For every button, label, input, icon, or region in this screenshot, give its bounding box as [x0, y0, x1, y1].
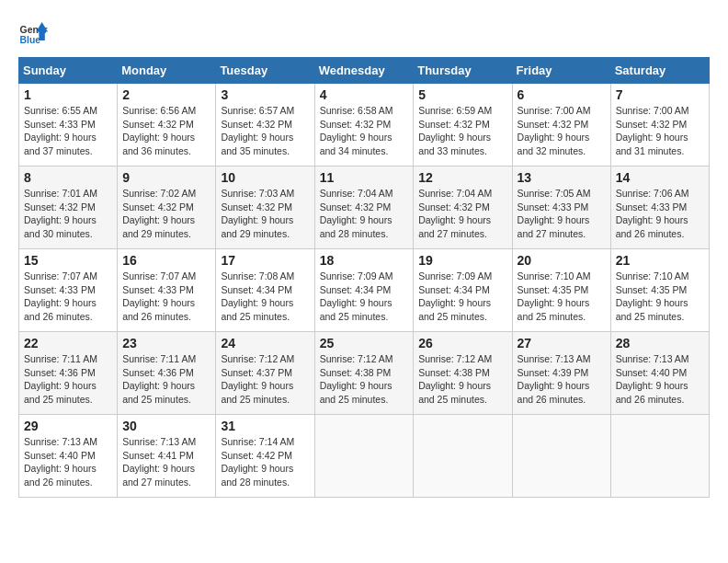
calendar-cell: 12Sunrise: 7:04 AMSunset: 4:32 PMDayligh…: [414, 167, 512, 249]
day-number: 23: [122, 336, 210, 350]
weekday-header: Monday: [118, 58, 216, 84]
day-number: 4: [320, 87, 409, 102]
calendar-cell: 24Sunrise: 7:12 AMSunset: 4:37 PMDayligh…: [216, 332, 314, 415]
calendar-cell: 18Sunrise: 7:09 AMSunset: 4:34 PMDayligh…: [314, 249, 414, 332]
calendar-cell: 1Sunrise: 6:55 AMSunset: 4:33 PMDaylight…: [19, 84, 118, 167]
day-info: Sunrise: 7:04 AMSunset: 4:32 PMDaylight:…: [418, 187, 506, 241]
calendar-cell: 28Sunrise: 7:13 AMSunset: 4:40 PMDayligh…: [610, 332, 709, 415]
day-number: 29: [24, 419, 112, 433]
logo-icon: General Blue: [18, 18, 48, 48]
day-number: 31: [221, 419, 309, 433]
day-info: Sunrise: 7:10 AMSunset: 4:35 PMDaylight:…: [518, 270, 606, 324]
day-number: 2: [122, 87, 210, 102]
calendar-cell: [610, 415, 709, 498]
calendar-cell: [414, 415, 512, 498]
day-info: Sunrise: 7:13 AMSunset: 4:39 PMDaylight:…: [518, 352, 606, 407]
calendar-week-row: 1Sunrise: 6:55 AMSunset: 4:33 PMDaylight…: [19, 84, 710, 167]
day-number: 25: [320, 336, 409, 350]
day-info: Sunrise: 6:58 AMSunset: 4:32 PMDaylight:…: [320, 104, 409, 158]
day-number: 1: [24, 87, 112, 102]
calendar-cell: 26Sunrise: 7:12 AMSunset: 4:38 PMDayligh…: [414, 332, 512, 415]
day-number: 17: [221, 253, 309, 268]
calendar-cell: 19Sunrise: 7:09 AMSunset: 4:34 PMDayligh…: [414, 249, 512, 332]
calendar-cell: 30Sunrise: 7:13 AMSunset: 4:41 PMDayligh…: [118, 415, 216, 498]
day-info: Sunrise: 7:13 AMSunset: 4:40 PMDaylight:…: [616, 352, 704, 407]
day-info: Sunrise: 6:55 AMSunset: 4:33 PMDaylight:…: [24, 104, 112, 158]
day-number: 22: [24, 336, 112, 350]
day-number: 7: [616, 87, 704, 102]
day-info: Sunrise: 7:06 AMSunset: 4:33 PMDaylight:…: [616, 187, 704, 241]
day-info: Sunrise: 7:00 AMSunset: 4:32 PMDaylight:…: [616, 104, 704, 158]
calendar-cell: [512, 415, 610, 498]
calendar-cell: 16Sunrise: 7:07 AMSunset: 4:33 PMDayligh…: [118, 249, 216, 332]
day-info: Sunrise: 7:09 AMSunset: 4:34 PMDaylight:…: [320, 270, 409, 324]
day-info: Sunrise: 7:00 AMSunset: 4:32 PMDaylight:…: [518, 104, 606, 158]
day-info: Sunrise: 6:56 AMSunset: 4:32 PMDaylight:…: [122, 104, 210, 158]
day-info: Sunrise: 7:07 AMSunset: 4:33 PMDaylight:…: [24, 270, 112, 324]
calendar-cell: 31Sunrise: 7:14 AMSunset: 4:42 PMDayligh…: [216, 415, 314, 498]
calendar-cell: 13Sunrise: 7:05 AMSunset: 4:33 PMDayligh…: [512, 167, 610, 249]
calendar-cell: 21Sunrise: 7:10 AMSunset: 4:35 PMDayligh…: [610, 249, 709, 332]
day-number: 13: [518, 170, 606, 185]
day-number: 14: [616, 170, 704, 185]
day-number: 20: [518, 253, 606, 268]
day-number: 26: [418, 336, 506, 350]
calendar-cell: 14Sunrise: 7:06 AMSunset: 4:33 PMDayligh…: [610, 167, 709, 249]
day-number: 19: [418, 253, 506, 268]
day-info: Sunrise: 7:09 AMSunset: 4:34 PMDaylight:…: [418, 270, 506, 324]
day-info: Sunrise: 7:10 AMSunset: 4:35 PMDaylight:…: [616, 270, 704, 324]
weekday-header: Sunday: [19, 58, 118, 84]
day-number: 12: [418, 170, 506, 185]
day-number: 3: [221, 87, 309, 102]
calendar-cell: [314, 415, 414, 498]
day-info: Sunrise: 7:01 AMSunset: 4:32 PMDaylight:…: [24, 187, 112, 241]
calendar-cell: 29Sunrise: 7:13 AMSunset: 4:40 PMDayligh…: [19, 415, 118, 498]
calendar-cell: 5Sunrise: 6:59 AMSunset: 4:32 PMDaylight…: [414, 84, 512, 167]
day-number: 15: [24, 253, 112, 268]
calendar-cell: 25Sunrise: 7:12 AMSunset: 4:38 PMDayligh…: [314, 332, 414, 415]
svg-text:Blue: Blue: [20, 35, 41, 45]
day-number: 28: [616, 336, 704, 350]
day-number: 24: [221, 336, 309, 350]
weekday-header: Wednesday: [314, 58, 414, 84]
day-info: Sunrise: 7:12 AMSunset: 4:38 PMDaylight:…: [418, 352, 506, 407]
calendar-cell: 22Sunrise: 7:11 AMSunset: 4:36 PMDayligh…: [19, 332, 118, 415]
day-info: Sunrise: 7:13 AMSunset: 4:40 PMDaylight:…: [24, 435, 112, 489]
weekday-header: Tuesday: [216, 58, 314, 84]
day-number: 11: [320, 170, 409, 185]
day-info: Sunrise: 7:02 AMSunset: 4:32 PMDaylight:…: [122, 187, 210, 241]
calendar-week-row: 15Sunrise: 7:07 AMSunset: 4:33 PMDayligh…: [19, 249, 710, 332]
day-info: Sunrise: 7:13 AMSunset: 4:41 PMDaylight:…: [122, 435, 210, 489]
calendar-cell: 8Sunrise: 7:01 AMSunset: 4:32 PMDaylight…: [19, 167, 118, 249]
day-info: Sunrise: 7:14 AMSunset: 4:42 PMDaylight:…: [221, 435, 309, 489]
day-info: Sunrise: 6:59 AMSunset: 4:32 PMDaylight:…: [418, 104, 506, 158]
calendar-cell: 6Sunrise: 7:00 AMSunset: 4:32 PMDaylight…: [512, 84, 610, 167]
calendar-week-row: 8Sunrise: 7:01 AMSunset: 4:32 PMDaylight…: [19, 167, 710, 249]
day-number: 10: [221, 170, 309, 185]
day-number: 30: [122, 419, 210, 433]
day-info: Sunrise: 7:03 AMSunset: 4:32 PMDaylight:…: [221, 187, 309, 241]
calendar-cell: 2Sunrise: 6:56 AMSunset: 4:32 PMDaylight…: [118, 84, 216, 167]
weekday-header: Saturday: [610, 58, 709, 84]
day-number: 16: [122, 253, 210, 268]
calendar-cell: 23Sunrise: 7:11 AMSunset: 4:36 PMDayligh…: [118, 332, 216, 415]
calendar-cell: 20Sunrise: 7:10 AMSunset: 4:35 PMDayligh…: [512, 249, 610, 332]
day-info: Sunrise: 7:12 AMSunset: 4:38 PMDaylight:…: [320, 352, 409, 407]
day-number: 18: [320, 253, 409, 268]
calendar-week-row: 29Sunrise: 7:13 AMSunset: 4:40 PMDayligh…: [19, 415, 710, 498]
calendar-cell: 17Sunrise: 7:08 AMSunset: 4:34 PMDayligh…: [216, 249, 314, 332]
weekday-header: Friday: [512, 58, 610, 84]
day-info: Sunrise: 7:11 AMSunset: 4:36 PMDaylight:…: [24, 352, 112, 407]
calendar-cell: 9Sunrise: 7:02 AMSunset: 4:32 PMDaylight…: [118, 167, 216, 249]
calendar-table: SundayMondayTuesdayWednesdayThursdayFrid…: [18, 57, 710, 498]
weekday-header-row: SundayMondayTuesdayWednesdayThursdayFrid…: [19, 58, 710, 84]
day-info: Sunrise: 7:12 AMSunset: 4:37 PMDaylight:…: [221, 352, 309, 407]
day-info: Sunrise: 7:05 AMSunset: 4:33 PMDaylight:…: [518, 187, 606, 241]
day-number: 5: [418, 87, 506, 102]
calendar-week-row: 22Sunrise: 7:11 AMSunset: 4:36 PMDayligh…: [19, 332, 710, 415]
calendar-cell: 3Sunrise: 6:57 AMSunset: 4:32 PMDaylight…: [216, 84, 314, 167]
calendar-cell: 15Sunrise: 7:07 AMSunset: 4:33 PMDayligh…: [19, 249, 118, 332]
day-number: 8: [24, 170, 112, 185]
day-number: 27: [518, 336, 606, 350]
day-number: 21: [616, 253, 704, 268]
